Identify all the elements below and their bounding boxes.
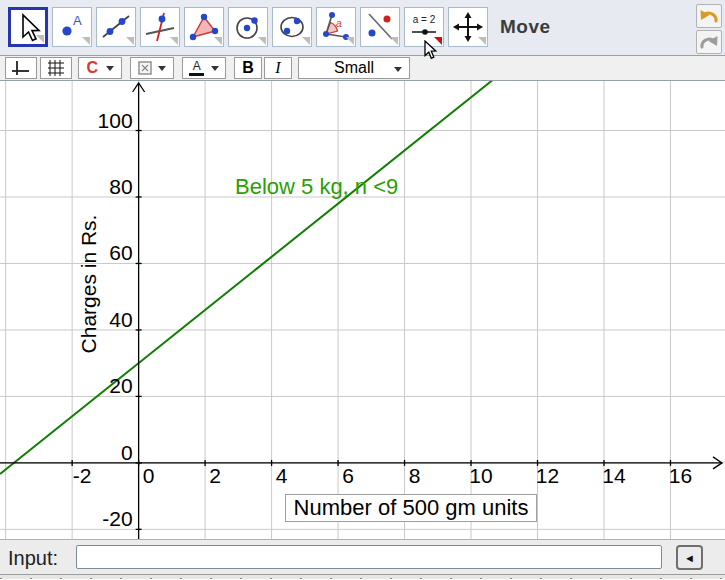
conic-tool-button[interactable] [272,7,312,47]
dropdown-corner-icon[interactable] [82,37,90,45]
dropdown-corner-icon[interactable] [36,35,44,43]
graph-canvas[interactable]: -20246810121416-20020406080100 [0,81,725,539]
text-color-icon: A [189,60,204,76]
algebra-input-field[interactable] [76,545,662,569]
input-help-toggle-button[interactable]: ◄ [676,545,703,570]
line-tool-button[interactable] [96,7,136,47]
x-axis-title-box[interactable]: Number of 500 gm units [285,494,537,522]
svg-text:0: 0 [143,464,155,487]
svg-text:16: 16 [669,464,692,487]
slider-tool-button[interactable]: a = 2 [404,7,444,47]
polygon-tool-button[interactable] [184,7,224,47]
svg-text:8: 8 [409,464,421,487]
bold-button[interactable]: B [234,57,262,79]
object-color-button[interactable] [130,57,174,79]
angle-tool-button[interactable]: a [316,7,356,47]
redo-button[interactable] [696,30,722,54]
move-view-tool-button[interactable] [448,7,488,47]
point-tool-button[interactable]: A [52,7,92,47]
move-tool-button[interactable] [8,7,48,47]
svg-text:20: 20 [109,374,132,397]
geogebra-window: A [0,0,725,580]
undo-redo-group [696,4,722,56]
dropdown-corner-icon[interactable] [214,37,222,45]
grid-toggle-button[interactable] [40,57,72,79]
capture-icon: C [86,60,98,76]
svg-text:2: 2 [209,464,221,487]
reflection-tool-button[interactable] [360,7,400,47]
point-capturing-button[interactable]: C [78,57,122,79]
dropdown-corner-icon[interactable] [170,37,178,45]
svg-text:40: 40 [109,308,132,331]
grid-icon [47,59,65,77]
dropdown-corner-icon[interactable] [346,37,354,45]
circle-tool-button[interactable] [228,7,268,47]
y-axis-title[interactable]: Charges in Rs. [77,215,101,354]
axes-icon [11,59,31,77]
text-color-button[interactable]: A [182,57,226,79]
chevron-down-icon [211,66,219,71]
dropdown-corner-icon[interactable] [478,37,486,45]
dropdown-corner-icon[interactable] [390,37,398,45]
input-label: Input: [8,547,58,570]
undo-button[interactable] [696,4,722,28]
svg-text:12: 12 [536,464,559,487]
svg-text:4: 4 [276,464,288,487]
input-bar: Input: ◄ [0,539,725,574]
svg-text:0: 0 [121,441,133,464]
svg-text:80: 80 [109,175,132,198]
svg-text:a: a [336,18,342,29]
svg-text:14: 14 [602,464,626,487]
current-mode-label: Move [500,16,551,38]
font-size-select[interactable]: Small [298,57,410,79]
perpendicular-tool-button[interactable] [140,7,180,47]
undo-arrow-icon [699,8,719,25]
svg-text:-20: -20 [102,507,132,530]
svg-text:60: 60 [109,241,132,264]
cutoff-bottom-strip [0,574,725,579]
chevron-down-icon [158,66,166,71]
slider-icon-label: a = 2 [413,14,436,25]
chevron-down-icon [394,67,402,72]
left-triangle-icon: ◄ [684,552,695,564]
italic-button[interactable]: I [264,57,292,79]
main-toolbar: A [0,0,725,56]
svg-text:-2: -2 [73,464,92,487]
dropdown-corner-icon[interactable] [302,37,310,45]
redo-arrow-icon [699,34,719,51]
axes-toggle-button[interactable] [5,57,37,79]
dropdown-corner-icon[interactable] [126,37,134,45]
graph-annotation-text[interactable]: Below 5 kg, n <9 [235,174,398,200]
chevron-down-icon [106,66,114,71]
boxed-x-icon [138,61,152,75]
dropdown-corner-icon[interactable] [434,37,442,45]
graphics-view[interactable]: -20246810121416-20020406080100 Below 5 k… [0,81,725,539]
style-bar: C A B I Small [0,56,725,81]
dropdown-corner-icon[interactable] [258,37,266,45]
tool-buttons: A [8,7,492,47]
svg-text:A: A [73,13,82,28]
font-size-value: Small [334,59,374,77]
svg-text:10: 10 [469,464,492,487]
svg-text:100: 100 [98,109,133,132]
svg-text:6: 6 [342,464,354,487]
